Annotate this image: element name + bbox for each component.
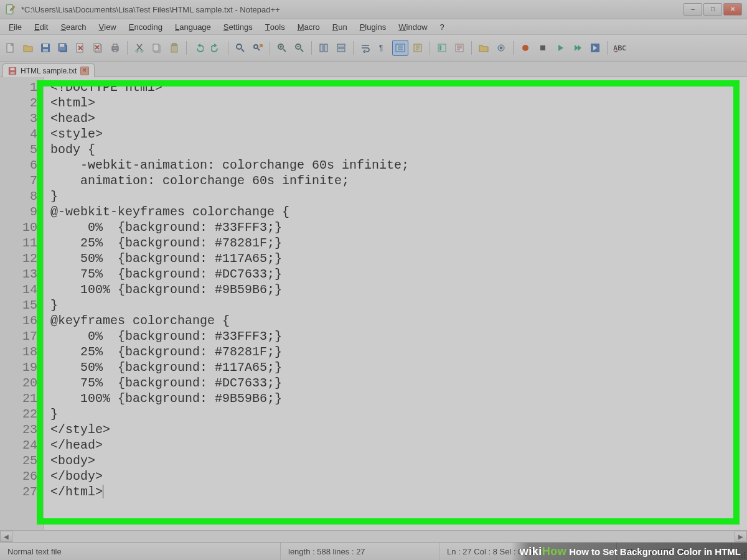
menu-settings[interactable]: Settings (217, 19, 259, 34)
code-view[interactable]: <!DOCTYPE html><html><head><style>body {… (44, 77, 747, 530)
spellcheck-icon[interactable]: ABC (611, 40, 627, 56)
code-line[interactable]: } (50, 406, 747, 422)
line-number: 27 (2, 484, 37, 500)
line-number: 1 (2, 80, 37, 95)
scroll-right-button[interactable]: ▶ (735, 531, 747, 542)
code-line[interactable]: 100% {background: #9B59B6;} (50, 391, 747, 406)
line-number: 9 (2, 204, 37, 220)
close-icon[interactable] (72, 40, 88, 56)
code-line[interactable]: 75% {background: #DC7633;} (50, 266, 747, 282)
menu-q[interactable]: ? (434, 19, 451, 34)
code-line[interactable]: </style> (50, 422, 747, 437)
horizontal-scrollbar[interactable]: ◀ ▶ (0, 530, 747, 542)
paste-icon[interactable] (166, 40, 182, 56)
svg-rect-7 (60, 44, 64, 47)
record-macro-icon[interactable] (517, 40, 533, 56)
menu-edit[interactable]: Edit (28, 19, 54, 34)
code-line[interactable]: 0% {background: #33FFF3;} (50, 329, 747, 344)
minimize-button[interactable]: – (684, 3, 702, 16)
code-line[interactable]: 50% {background: #117A65;} (50, 360, 747, 375)
line-number: 16 (2, 313, 37, 329)
cut-icon[interactable] (131, 40, 148, 56)
open-file-icon[interactable] (20, 40, 36, 56)
menu-view[interactable]: View (93, 19, 123, 34)
maximize-button[interactable]: □ (703, 3, 722, 16)
menu-plugins[interactable]: Plugins (354, 19, 393, 34)
code-line[interactable]: } (50, 297, 747, 313)
scroll-left-button[interactable]: ◀ (0, 531, 12, 542)
menu-search[interactable]: Search (54, 19, 92, 34)
sync-h-icon[interactable] (333, 40, 349, 56)
find-icon[interactable] (232, 40, 248, 56)
line-number: 4 (2, 126, 37, 142)
monitor-icon[interactable] (493, 40, 509, 56)
code-line[interactable]: <style> (50, 126, 747, 142)
redo-icon[interactable] (208, 40, 224, 56)
code-line[interactable]: 0% {background: #33FFF3;} (50, 220, 747, 235)
code-line[interactable]: </body> (50, 469, 747, 484)
app-icon (5, 4, 16, 15)
window-title: *C:\Users\Lisa\Documents\Lisa\Test Files… (21, 5, 679, 14)
menu-tools[interactable]: Tools (259, 19, 291, 34)
code-line[interactable]: -webkit-animation: colorchange 60s infin… (50, 157, 747, 173)
undo-icon[interactable] (190, 40, 207, 56)
menu-window[interactable]: Window (392, 19, 433, 34)
copy-icon[interactable] (149, 40, 165, 56)
code-line[interactable]: 50% {background: #117A65;} (50, 251, 747, 266)
folder-icon[interactable] (476, 40, 492, 56)
code-line[interactable]: <head> (50, 111, 747, 126)
code-line[interactable]: body { (50, 142, 747, 157)
user-lang-icon[interactable] (410, 40, 426, 56)
play-macro-icon[interactable] (552, 40, 568, 56)
doc-map-icon[interactable] (434, 40, 450, 56)
menu-macro[interactable]: Macro (291, 19, 326, 34)
save-macro-icon[interactable] (587, 40, 603, 56)
play-multi-icon[interactable] (570, 40, 586, 56)
toolbar-separator (228, 41, 228, 55)
toolbar-separator (471, 41, 472, 55)
stop-macro-icon[interactable] (535, 40, 551, 56)
code-line[interactable]: @keyframes colorchange { (50, 313, 747, 329)
code-line[interactable]: </html> (50, 484, 747, 500)
code-line[interactable]: @-webkit-keyframes colorchange { (50, 204, 747, 220)
resize-grip[interactable] (732, 543, 747, 560)
zoom-out-icon[interactable] (291, 40, 308, 56)
code-line[interactable]: 75% {background: #DC7633;} (50, 375, 747, 391)
save-all-icon[interactable] (55, 40, 71, 56)
scroll-track[interactable] (12, 531, 735, 541)
code-line[interactable]: 100% {background: #9B59B6;} (50, 282, 747, 297)
function-list-icon[interactable] (451, 40, 467, 56)
close-all-icon[interactable] (90, 40, 106, 56)
menu-run[interactable]: Run (326, 19, 354, 34)
menu-language[interactable]: Language (169, 19, 217, 34)
code-line[interactable]: <html> (50, 95, 747, 111)
word-wrap-icon[interactable] (357, 40, 374, 56)
code-line[interactable]: <body> (50, 453, 747, 469)
editor[interactable]: 1234567891011121314151617181920212223242… (0, 77, 747, 530)
code-line[interactable]: 25% {background: #78281F;} (50, 235, 747, 251)
print-icon[interactable] (107, 40, 123, 56)
tab-close-button[interactable]: ✕ (80, 67, 89, 75)
close-window-button[interactable]: ✕ (723, 3, 742, 16)
code-line[interactable]: </head> (50, 437, 747, 453)
menu-encoding[interactable]: Encoding (123, 19, 169, 34)
toolbar-separator (311, 41, 312, 55)
toolbar: ¶ABC (0, 35, 747, 62)
code-line[interactable]: <!DOCTYPE html> (50, 80, 747, 95)
code-line[interactable]: 25% {background: #78281F;} (50, 344, 747, 360)
replace-icon[interactable] (250, 40, 266, 56)
file-tab[interactable]: HTML sample.txt ✕ (2, 63, 95, 77)
code-line[interactable]: animation: colorchange 60s infinite; (50, 173, 747, 189)
save-icon[interactable] (37, 40, 54, 56)
status-eol: Windows (CR LF) (617, 543, 732, 560)
code-line[interactable]: } (50, 189, 747, 204)
zoom-in-icon[interactable] (274, 40, 290, 56)
line-number: 15 (2, 297, 37, 313)
indent-guide-icon[interactable] (392, 40, 408, 56)
sync-v-icon[interactable] (316, 40, 332, 56)
show-all-chars-icon[interactable]: ¶ (375, 40, 391, 56)
new-file-icon[interactable] (2, 40, 19, 56)
line-number: 24 (2, 437, 37, 453)
status-bar: Normal text file length : 588 lines : 27… (0, 542, 747, 560)
menu-file[interactable]: File (2, 19, 28, 34)
